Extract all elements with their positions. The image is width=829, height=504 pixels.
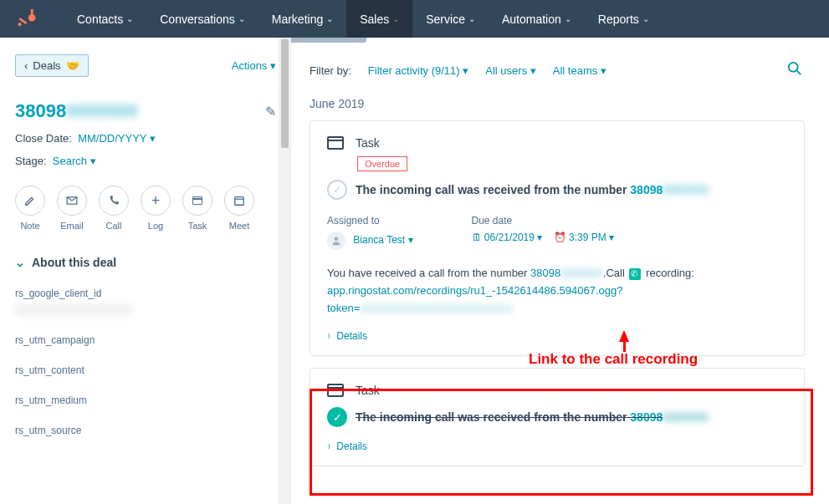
note-button[interactable] [15, 186, 45, 216]
email-label: Email [60, 221, 84, 231]
filter-teams-dropdown[interactable]: All teams ▾ [553, 64, 606, 77]
nav-service[interactable]: Service⌄ [412, 0, 489, 38]
note-label: Note [20, 221, 39, 231]
svg-point-4 [30, 8, 33, 11]
about-deal-header[interactable]: ⌄ About this deal [15, 256, 276, 269]
main-panel: Filter by: Filter activity (9/11) ▾ All … [291, 38, 829, 504]
actions-dropdown[interactable]: Actions ▾ [232, 59, 276, 72]
chevron-left-icon: ‹ [24, 59, 28, 72]
field-utm-source: rs_utm_source [15, 425, 276, 436]
meet-button[interactable] [224, 186, 254, 216]
month-heading: June 2019 [310, 97, 827, 110]
nav-contacts[interactable]: Contacts⌄ [64, 0, 146, 38]
svg-point-10 [335, 237, 339, 242]
task-type-label: Task [356, 136, 380, 150]
details-toggle[interactable]: › Details [327, 328, 787, 342]
field-utm-content: rs_utm_content [15, 364, 276, 376]
recording-link[interactable]: app.ringostat.com/recordings/ru1_-154261… [327, 284, 622, 297]
chevron-down-icon: ⌄ [15, 256, 25, 269]
svg-point-8 [789, 63, 798, 72]
due-date-dropdown[interactable]: 06/21/2019 ▾ [484, 232, 542, 243]
call-badge-icon [629, 268, 641, 280]
details-toggle[interactable]: › Details [327, 439, 787, 452]
close-date-row: Close Date: MM/DD/YYYY ▾ [15, 132, 276, 145]
call-label: Call [106, 221, 122, 231]
due-date-block: Due date 🗓 06/21/2019 ▾ ⏰ 3:39 PM ▾ [472, 215, 614, 250]
stage-row: Stage: Search ▾ [15, 155, 276, 167]
nav-marketing[interactable]: Marketing⌄ [258, 0, 346, 38]
due-time-dropdown[interactable]: 3:39 PM ▾ [569, 232, 614, 243]
log-button[interactable]: + [141, 186, 171, 216]
svg-rect-6 [235, 197, 244, 206]
edit-pencil-icon[interactable]: ✎ [265, 104, 276, 120]
stage-dropdown[interactable]: Search ▾ [53, 155, 96, 167]
task-type-icon [327, 384, 344, 397]
left-scrollbar[interactable] [279, 38, 291, 504]
task-title-completed[interactable]: The incoming call was received from the … [356, 410, 709, 424]
task-title[interactable]: The incoming call was received from the … [356, 183, 709, 196]
filter-users-dropdown[interactable]: All users ▾ [485, 64, 535, 77]
deals-back-button[interactable]: ‹ Deals 🤝 [15, 54, 89, 77]
overdue-badge: Overdue [357, 156, 407, 171]
task-card-overdue: Task Overdue ✓ The incoming call was rec… [310, 120, 805, 356]
svg-point-0 [28, 13, 36, 21]
task-type-label: Task [356, 384, 380, 397]
close-date-dropdown[interactable]: MM/DD/YYYY ▾ [78, 132, 156, 145]
top-nav: Contacts⌄ Conversations⌄ Marketing⌄ Sale… [0, 0, 829, 38]
clock-icon: ⏰ [554, 232, 566, 243]
decorative-bar [291, 38, 366, 43]
deal-phone: 380980000000 [15, 100, 138, 122]
nav-conversations[interactable]: Conversations⌄ [146, 0, 258, 38]
field-google-client-id: rs_google_client_id [15, 288, 276, 316]
task-button[interactable] [182, 186, 212, 216]
task-label: Task [188, 221, 207, 231]
task-checkbox-done[interactable]: ✓ [327, 407, 347, 427]
meet-label: Meet [229, 221, 249, 231]
task-body: You have received a call from the number… [327, 265, 787, 317]
task-type-icon [327, 136, 344, 150]
handshake-icon: 🤝 [66, 59, 79, 72]
assigned-to-block: Assigned to Bianca Test ▾ [327, 215, 413, 250]
log-label: Log [148, 221, 163, 231]
task-card-completed: Task ✓ The incoming call was received fr… [310, 368, 805, 466]
svg-line-9 [797, 71, 801, 75]
filter-activity-dropdown[interactable]: Filter activity (9/11) ▾ [368, 64, 468, 77]
hubspot-logo [17, 8, 38, 30]
email-button[interactable] [57, 186, 87, 216]
filter-by-label: Filter by: [310, 64, 351, 77]
field-utm-medium: rs_utm_medium [15, 395, 276, 406]
svg-point-2 [18, 22, 21, 25]
assigned-to-dropdown[interactable]: Bianca Test ▾ [353, 234, 412, 246]
nav-automation[interactable]: Automation⌄ [489, 0, 585, 38]
search-icon[interactable] [787, 61, 802, 80]
nav-reports[interactable]: Reports⌄ [585, 0, 663, 38]
nav-sales[interactable]: Sales⌄ [346, 0, 412, 38]
left-panel: ‹ Deals 🤝 Actions ▾ 380980000000 ✎ Close… [0, 38, 291, 504]
avatar-icon [327, 232, 345, 250]
field-utm-campaign: rs_utm_campaign [15, 334, 276, 346]
call-button[interactable] [99, 186, 129, 216]
task-checkbox-open[interactable]: ✓ [327, 180, 347, 200]
calendar-icon: 🗓 [472, 232, 482, 243]
